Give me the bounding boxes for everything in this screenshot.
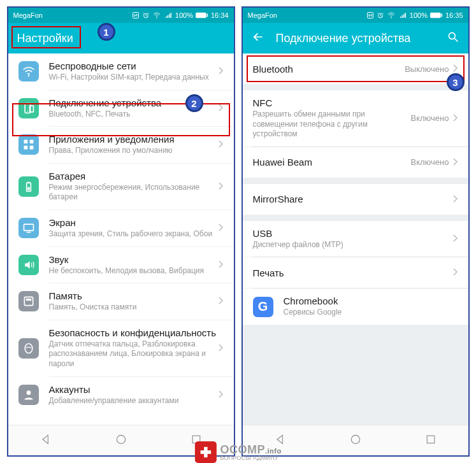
row-subtitle: Диспетчер файлов (MTP) <box>253 240 453 250</box>
battery-icon <box>430 12 443 18</box>
nfc-icon <box>132 11 140 19</box>
security-icon <box>18 338 39 359</box>
watermark: OCOMP.info ВОПРОСЫ АДМИНУ <box>194 441 281 463</box>
row-storage[interactable]: Память Память, Очистка памяти <box>8 283 234 320</box>
page-title: Настройки <box>17 32 225 45</box>
device-icon <box>18 98 39 118</box>
nav-back[interactable] <box>40 433 52 448</box>
row-battery[interactable]: Батарея Режим энергосбережения, Использо… <box>8 164 234 210</box>
row-value: Включено <box>411 157 449 167</box>
phone-right: MegaFon 100% 16:35 Подключение устройств… <box>242 6 470 457</box>
row-sound[interactable]: Звук Не беспокоить, Мелодия вызова, Вибр… <box>8 247 234 283</box>
row-title: USB <box>253 228 453 239</box>
svg-rect-19 <box>25 299 31 301</box>
row-title: Huawei Beam <box>253 157 411 167</box>
svg-rect-15 <box>27 187 29 190</box>
annotation-badge-3: 3 <box>447 73 465 91</box>
row-title: NFC <box>253 97 411 108</box>
nfc-icon <box>366 11 374 19</box>
row-subtitle: Не беспокоить, Мелодия вызова, Вибрация <box>49 266 219 276</box>
row-print[interactable]: Печать <box>243 257 468 288</box>
status-icons: 100% 16:34 <box>132 11 229 19</box>
search-button[interactable] <box>447 31 459 46</box>
svg-line-30 <box>454 39 458 42</box>
chromebook-icon: G <box>253 297 273 317</box>
row-subtitle: Права, Приложения по умолчанию <box>49 146 219 156</box>
nav-home[interactable] <box>115 433 127 448</box>
battery-percent: 100% <box>410 11 428 19</box>
battery-percent: 100% <box>175 11 193 19</box>
chevron-right-icon <box>219 259 224 271</box>
row-title: Батарея <box>49 171 219 182</box>
connection-list[interactable]: Bluetooth Выключено NFC Разрешить обмен … <box>243 53 468 425</box>
statusbar: MegaFon 100% 16:34 <box>8 8 234 23</box>
svg-rect-32 <box>427 436 435 443</box>
svg-rect-18 <box>24 297 32 306</box>
row-title: Приложения и уведомления <box>49 134 219 145</box>
accounts-icon <box>18 385 39 405</box>
row-apps[interactable]: Приложения и уведомления Права, Приложен… <box>8 127 234 163</box>
row-wireless[interactable]: Беспроводные сети Wi-Fi, Настройки SIM-к… <box>8 53 234 90</box>
appbar: Подключение устройства <box>243 23 468 53</box>
row-huawei-beam[interactable]: Huawei Beam Включено <box>243 147 468 178</box>
storage-icon <box>18 291 39 311</box>
row-subtitle: Датчик отпечатка пальца, Разблокировка р… <box>49 339 219 369</box>
svg-rect-28 <box>441 14 442 17</box>
svg-rect-34 <box>200 450 211 454</box>
chevron-right-icon <box>219 296 224 307</box>
phone-left: MegaFon 100% 16:34 Настройки 1 Беспровод… <box>7 6 235 457</box>
wifi-icon <box>387 11 396 19</box>
watermark-tag: ВОПРОСЫ АДМИНУ <box>220 455 281 461</box>
row-title: Память <box>49 290 219 301</box>
statusbar: MegaFon 100% 16:35 <box>243 8 468 23</box>
row-usb[interactable]: USB Диспетчер файлов (MTP) <box>243 221 468 257</box>
sound-icon <box>18 255 39 275</box>
chevron-right-icon <box>219 66 224 77</box>
chevron-right-icon <box>453 194 458 205</box>
svg-rect-9 <box>24 140 27 144</box>
row-mirrorshare[interactable]: MirrorShare <box>243 184 468 215</box>
svg-rect-14 <box>27 182 29 183</box>
svg-rect-27 <box>430 13 441 18</box>
chevron-right-icon <box>219 389 224 401</box>
row-title: Аккаунты <box>49 384 219 395</box>
svg-point-29 <box>449 32 455 39</box>
row-value: Включено <box>411 113 449 123</box>
signal-icon <box>164 11 173 19</box>
nav-recent[interactable] <box>424 433 437 448</box>
row-security[interactable]: Безопасность и конфиденциальность Датчик… <box>8 320 234 376</box>
row-title: Печать <box>253 267 453 278</box>
row-title: Безопасность и конфиденциальность <box>49 327 219 338</box>
chevron-right-icon <box>453 267 458 278</box>
row-display[interactable]: Экран Защита зрения, Стиль рабочего экра… <box>8 210 234 246</box>
row-subtitle: Разрешить обмен данными при совмещении т… <box>253 110 411 139</box>
watermark-tld: .info <box>265 447 282 455</box>
chevron-right-icon <box>453 157 458 168</box>
svg-point-26 <box>391 17 392 18</box>
carrier-label: MegaFon <box>13 11 43 19</box>
row-nfc[interactable]: NFC Разрешить обмен данными при совмещен… <box>243 90 468 146</box>
svg-rect-4 <box>206 14 208 17</box>
svg-point-7 <box>27 111 28 112</box>
back-button[interactable] <box>252 31 264 46</box>
row-subtitle: Добавление/управление аккаунтами <box>49 396 219 406</box>
row-chromebook[interactable]: G Chromebook Сервисы Google <box>243 288 468 325</box>
row-accounts[interactable]: Аккаунты Добавление/управление аккаунтам… <box>8 377 234 413</box>
svg-rect-16 <box>24 224 33 231</box>
svg-point-5 <box>27 75 29 77</box>
wifi-icon <box>18 61 39 82</box>
carrier-label: MegaFon <box>248 11 277 19</box>
chevron-right-icon <box>219 181 224 192</box>
svg-point-20 <box>25 343 32 353</box>
row-title: Bluetooth <box>253 64 405 75</box>
annotation-badge-1: 1 <box>97 23 115 41</box>
nav-home[interactable] <box>349 433 362 448</box>
row-title: Экран <box>49 217 219 228</box>
svg-rect-12 <box>29 146 33 150</box>
battery-icon <box>18 176 39 197</box>
row-bluetooth[interactable]: Bluetooth Выключено <box>243 53 468 84</box>
status-icons: 100% 16:35 <box>366 11 463 19</box>
apps-icon <box>18 134 39 155</box>
row-title: Беспроводные сети <box>49 61 219 71</box>
svg-rect-10 <box>29 140 33 144</box>
